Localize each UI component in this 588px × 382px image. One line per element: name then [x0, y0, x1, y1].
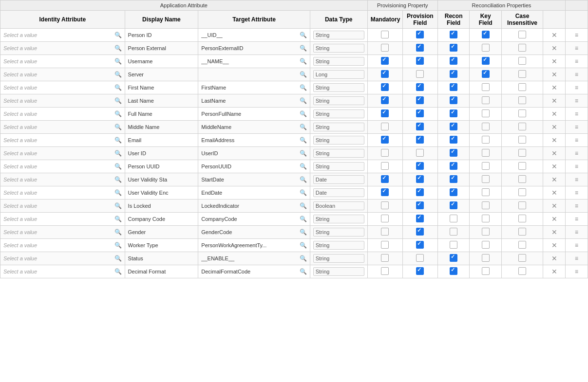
identity-search-icon[interactable]: 🔍	[114, 150, 122, 157]
identity-search-icon[interactable]: 🔍	[114, 216, 122, 222]
target-search-icon[interactable]: 🔍	[300, 58, 307, 65]
recon-checkbox[interactable]	[450, 149, 457, 157]
mandatory-checkbox[interactable]	[381, 31, 389, 38]
provision-checkbox[interactable]	[416, 267, 424, 275]
provision-checkbox[interactable]	[416, 201, 424, 209]
identity-select-placeholder[interactable]: Select a value	[3, 111, 114, 117]
identity-search-icon[interactable]: 🔍	[114, 163, 122, 170]
datatype-select[interactable]: StringLongDateBooleanInteger	[313, 149, 364, 158]
delete-icon[interactable]: ✕	[551, 136, 557, 144]
menu-icon[interactable]: ≡	[575, 71, 578, 78]
provision-checkbox[interactable]	[416, 162, 424, 170]
case-insensitive-checkbox[interactable]	[518, 83, 526, 91]
target-search-icon[interactable]: 🔍	[300, 268, 307, 275]
case-insensitive-checkbox[interactable]	[518, 57, 526, 65]
identity-search-icon[interactable]: 🔍	[114, 110, 122, 117]
identity-select-placeholder[interactable]: Select a value	[3, 269, 114, 274]
datatype-select[interactable]: StringLongDateBooleanInteger	[313, 123, 364, 131]
key-checkbox[interactable]	[482, 241, 490, 249]
mandatory-checkbox[interactable]	[381, 162, 389, 170]
identity-select-placeholder[interactable]: Select a value	[3, 242, 114, 248]
target-search-icon[interactable]: 🔍	[300, 202, 307, 209]
recon-checkbox[interactable]	[450, 175, 457, 183]
delete-icon[interactable]: ✕	[551, 228, 557, 236]
datatype-select[interactable]: StringLongDateBooleanInteger	[313, 31, 364, 39]
mandatory-checkbox[interactable]	[381, 109, 389, 117]
recon-checkbox[interactable]	[450, 162, 457, 170]
identity-search-icon[interactable]: 🔍	[114, 84, 122, 91]
case-insensitive-checkbox[interactable]	[518, 162, 526, 170]
mandatory-checkbox[interactable]	[381, 149, 389, 157]
recon-checkbox[interactable]	[450, 31, 457, 38]
delete-icon[interactable]: ✕	[551, 84, 557, 91]
delete-icon[interactable]: ✕	[551, 123, 557, 131]
delete-icon[interactable]: ✕	[551, 97, 557, 105]
mandatory-checkbox[interactable]	[381, 175, 389, 183]
mandatory-checkbox[interactable]	[381, 254, 389, 262]
key-checkbox[interactable]	[482, 254, 490, 262]
mandatory-checkbox[interactable]	[381, 241, 389, 249]
mandatory-checkbox[interactable]	[381, 228, 389, 236]
target-search-icon[interactable]: 🔍	[300, 242, 307, 249]
delete-icon[interactable]: ✕	[551, 57, 557, 65]
target-search-icon[interactable]: 🔍	[300, 137, 307, 144]
delete-icon[interactable]: ✕	[551, 202, 557, 210]
target-search-icon[interactable]: 🔍	[300, 163, 307, 170]
delete-icon[interactable]: ✕	[551, 189, 557, 197]
datatype-select[interactable]: StringLongDateBooleanInteger	[313, 96, 364, 105]
target-search-icon[interactable]: 🔍	[300, 97, 307, 104]
menu-icon[interactable]: ≡	[575, 150, 578, 157]
case-insensitive-checkbox[interactable]	[518, 228, 526, 236]
recon-checkbox[interactable]	[450, 254, 457, 262]
menu-icon[interactable]: ≡	[575, 229, 578, 236]
key-checkbox[interactable]	[482, 215, 490, 222]
recon-checkbox[interactable]	[450, 70, 457, 78]
case-insensitive-checkbox[interactable]	[518, 215, 526, 222]
datatype-select[interactable]: StringLongDateBooleanInteger	[313, 228, 364, 236]
key-checkbox[interactable]	[482, 83, 490, 91]
mandatory-checkbox[interactable]	[381, 83, 389, 91]
key-checkbox[interactable]	[482, 96, 490, 104]
menu-icon[interactable]: ≡	[575, 84, 578, 91]
menu-icon[interactable]: ≡	[575, 137, 578, 144]
key-checkbox[interactable]	[482, 123, 490, 130]
identity-search-icon[interactable]: 🔍	[114, 202, 122, 209]
recon-checkbox[interactable]	[450, 215, 457, 222]
case-insensitive-checkbox[interactable]	[518, 254, 526, 262]
datatype-select[interactable]: StringLongDateBooleanInteger	[313, 109, 364, 118]
provision-checkbox[interactable]	[416, 57, 424, 65]
case-insensitive-checkbox[interactable]	[518, 109, 526, 117]
identity-select-placeholder[interactable]: Select a value	[3, 32, 114, 38]
mandatory-checkbox[interactable]	[381, 70, 389, 78]
case-insensitive-checkbox[interactable]	[518, 201, 526, 209]
target-search-icon[interactable]: 🔍	[300, 216, 307, 222]
key-checkbox[interactable]	[482, 175, 490, 183]
delete-icon[interactable]: ✕	[551, 163, 557, 170]
delete-icon[interactable]: ✕	[551, 176, 557, 183]
delete-icon[interactable]: ✕	[551, 215, 557, 223]
identity-select-placeholder[interactable]: Select a value	[3, 177, 114, 182]
case-insensitive-checkbox[interactable]	[518, 123, 526, 130]
recon-checkbox[interactable]	[450, 267, 457, 275]
key-checkbox[interactable]	[482, 228, 490, 236]
identity-select-placeholder[interactable]: Select a value	[3, 58, 114, 64]
key-checkbox[interactable]	[482, 57, 490, 65]
mandatory-checkbox[interactable]	[381, 57, 389, 65]
target-search-icon[interactable]: 🔍	[300, 189, 307, 196]
menu-icon[interactable]: ≡	[575, 58, 578, 65]
target-search-icon[interactable]: 🔍	[300, 229, 307, 236]
menu-icon[interactable]: ≡	[575, 242, 578, 249]
identity-select-placeholder[interactable]: Select a value	[3, 164, 114, 169]
mandatory-checkbox[interactable]	[381, 123, 389, 130]
key-checkbox[interactable]	[482, 70, 490, 78]
identity-select-placeholder[interactable]: Select a value	[3, 124, 114, 130]
datatype-select[interactable]: StringLongDateBooleanInteger	[313, 254, 364, 263]
menu-icon[interactable]: ≡	[575, 97, 578, 104]
case-insensitive-checkbox[interactable]	[518, 241, 526, 249]
recon-checkbox[interactable]	[450, 188, 457, 196]
identity-select-placeholder[interactable]: Select a value	[3, 190, 114, 196]
delete-icon[interactable]: ✕	[551, 71, 557, 78]
delete-icon[interactable]: ✕	[551, 268, 557, 275]
menu-icon[interactable]: ≡	[575, 216, 578, 222]
provision-checkbox[interactable]	[416, 241, 424, 249]
